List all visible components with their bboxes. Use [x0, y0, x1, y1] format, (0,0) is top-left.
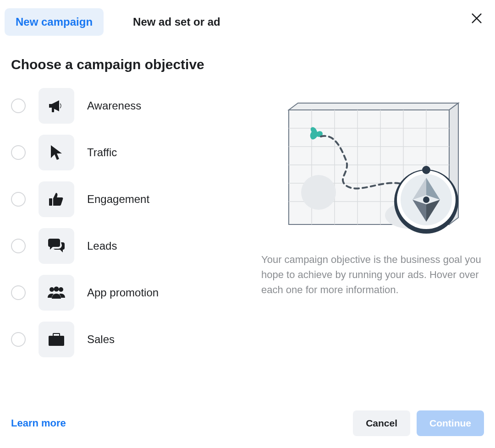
objective-sales[interactable]: Sales — [11, 322, 240, 357]
cursor-icon — [38, 135, 74, 170]
comments-icon — [38, 228, 74, 264]
objective-app-promotion[interactable]: App promotion — [11, 275, 240, 311]
objective-leads[interactable]: Leads — [11, 228, 240, 264]
objective-traffic[interactable]: Traffic — [11, 135, 240, 170]
learn-more-link[interactable]: Learn more — [11, 417, 66, 429]
continue-button[interactable]: Continue — [417, 410, 484, 436]
svg-point-5 — [54, 287, 59, 292]
close-icon — [470, 12, 483, 25]
radio-leads[interactable] — [11, 239, 26, 253]
info-pane: Your campaign objective is the business … — [258, 88, 484, 357]
svg-point-4 — [50, 287, 54, 292]
objective-label: Sales — [87, 333, 115, 346]
top-tabs: New campaign New ad set or ad — [0, 0, 495, 36]
svg-rect-2 — [52, 108, 54, 112]
close-button[interactable] — [470, 12, 483, 25]
svg-point-31 — [423, 197, 429, 203]
info-text: Your campaign objective is the business … — [261, 252, 481, 297]
megaphone-icon — [38, 88, 74, 124]
radio-traffic[interactable] — [11, 145, 26, 160]
objective-label: Awareness — [87, 99, 141, 112]
svg-point-26 — [422, 166, 430, 174]
map-compass-illustration — [275, 101, 468, 238]
svg-rect-3 — [49, 198, 52, 206]
objective-label: Leads — [87, 240, 117, 252]
like-icon — [38, 181, 74, 217]
svg-marker-8 — [289, 103, 458, 110]
svg-point-6 — [59, 287, 63, 292]
objective-list: Awareness Traffic Engagement Leads — [11, 88, 240, 357]
objective-label: App promotion — [87, 286, 159, 299]
radio-app-promotion[interactable] — [11, 285, 26, 300]
svg-point-21 — [301, 175, 336, 210]
objective-label: Engagement — [87, 193, 149, 206]
page-title: Choose a campaign objective — [11, 57, 495, 72]
radio-engagement[interactable] — [11, 192, 26, 207]
radio-sales[interactable] — [11, 332, 26, 347]
objective-label: Traffic — [87, 146, 117, 159]
briefcase-icon — [38, 322, 74, 357]
objective-engagement[interactable]: Engagement — [11, 181, 240, 217]
tab-new-ad-set[interactable]: New ad set or ad — [122, 8, 231, 36]
footer: Learn more Cancel Continue — [11, 410, 484, 436]
tab-new-campaign[interactable]: New campaign — [5, 8, 104, 36]
cancel-button[interactable]: Cancel — [353, 410, 410, 436]
objective-awareness[interactable]: Awareness — [11, 88, 240, 124]
radio-awareness[interactable] — [11, 98, 26, 113]
group-icon — [38, 275, 74, 311]
